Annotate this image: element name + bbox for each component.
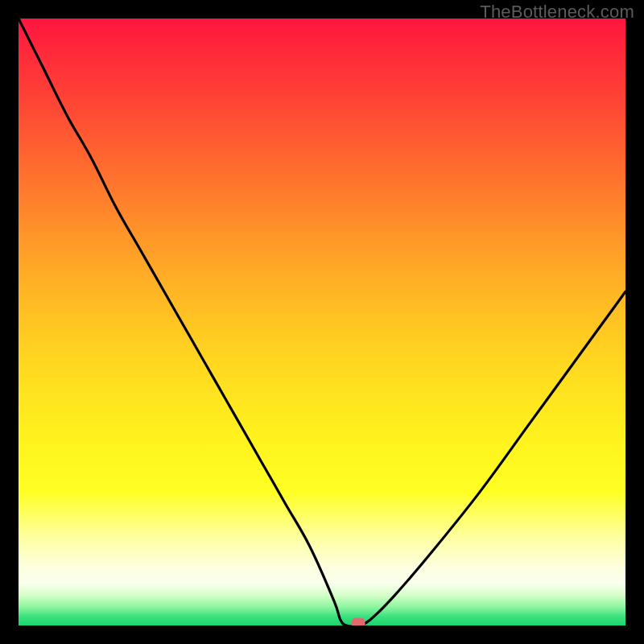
watermark-text: TheBottleneck.com — [480, 2, 634, 23]
chart-frame: TheBottleneck.com — [0, 0, 644, 644]
plot-area — [19, 19, 625, 625]
bottleneck-curve — [19, 19, 625, 625]
optimal-point-marker — [352, 618, 365, 626]
